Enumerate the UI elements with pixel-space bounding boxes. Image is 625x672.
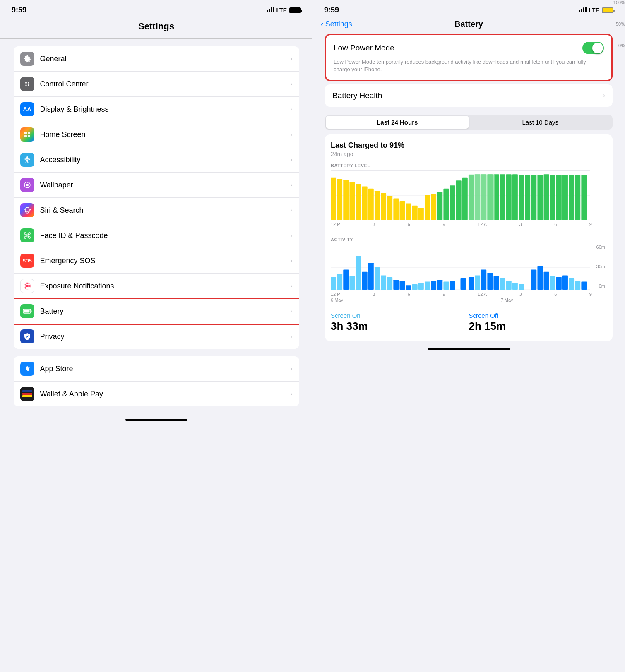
svg-rect-27 xyxy=(24,310,29,313)
svg-rect-18 xyxy=(24,233,26,234)
x-label-6b: 6 xyxy=(554,222,557,227)
y-label-30m: 30m xyxy=(596,264,605,269)
charged-ago-text: 24m ago xyxy=(331,151,607,157)
sidebar-item-accessibility[interactable]: Accessibility › xyxy=(14,147,299,173)
svg-rect-58 xyxy=(443,189,449,220)
battery-health-card[interactable]: Battery Health › xyxy=(325,84,613,107)
sidebar-item-app-store[interactable]: App Store › xyxy=(14,356,299,382)
sidebar-item-privacy[interactable]: Privacy › xyxy=(14,324,299,349)
svg-rect-47 xyxy=(375,191,380,220)
svg-rect-105 xyxy=(443,282,449,290)
svg-rect-114 xyxy=(506,281,512,290)
sidebar-item-face-id[interactable]: Face ID & Passcode › xyxy=(14,223,299,248)
svg-rect-72 xyxy=(531,175,536,220)
svg-rect-41 xyxy=(337,179,342,220)
sidebar-item-wallpaper[interactable]: Wallpaper › xyxy=(14,173,299,198)
svg-rect-74 xyxy=(544,175,549,220)
accessibility-label: Accessibility xyxy=(40,156,291,164)
sidebar-item-home-screen[interactable]: Home Screen › xyxy=(14,122,299,147)
svg-rect-93 xyxy=(368,263,374,290)
svg-rect-100 xyxy=(412,284,418,290)
privacy-label: Privacy xyxy=(40,332,291,341)
status-icons-right: LTE ↑ xyxy=(579,7,613,14)
control-center-icon xyxy=(20,77,34,91)
svg-rect-111 xyxy=(487,273,493,290)
low-power-mode-card: Low Power Mode Low Power Mode temporaril… xyxy=(325,34,613,81)
svg-rect-78 xyxy=(569,175,574,220)
svg-rect-98 xyxy=(399,281,405,290)
tab-last-24-hours[interactable]: Last 24 Hours xyxy=(326,116,469,129)
x-label-6a: 6 xyxy=(408,222,410,227)
chevron-cc: › xyxy=(290,80,292,88)
tab-last-10-days[interactable]: Last 10 Days xyxy=(469,116,612,129)
status-bar-right: 9:59 LTE ↑ xyxy=(312,0,625,18)
svg-rect-117 xyxy=(531,270,536,290)
svg-rect-49 xyxy=(387,196,392,220)
sidebar-item-battery[interactable]: Battery › xyxy=(14,299,299,324)
wallet-label: Wallet & Apple Pay xyxy=(40,390,291,398)
display-brightness-label: Display & Brightness xyxy=(40,105,291,114)
sidebar-item-wallet[interactable]: Wallet & Apple Pay › xyxy=(14,382,299,406)
svg-rect-92 xyxy=(362,272,368,290)
general-label: General xyxy=(40,55,291,63)
svg-rect-45 xyxy=(362,187,368,220)
home-indicator-right xyxy=(428,348,510,350)
sidebar-item-siri-search[interactable]: Siri & Search › xyxy=(14,198,299,223)
ax-label-9b: 9 xyxy=(589,292,592,297)
y-label-0: 0% xyxy=(618,43,625,48)
svg-point-5 xyxy=(25,82,27,84)
svg-rect-2 xyxy=(271,7,272,12)
sidebar-item-control-center[interactable]: Control Center › xyxy=(14,72,299,97)
svg-rect-36 xyxy=(585,7,587,12)
svg-rect-50 xyxy=(393,199,399,220)
siri-search-label: Siri & Search xyxy=(40,206,291,215)
svg-rect-52 xyxy=(406,204,411,220)
svg-rect-91 xyxy=(356,256,361,290)
ax-label-12p: 12 P xyxy=(331,292,340,297)
face-id-icon xyxy=(20,228,34,242)
date-6may: 6 May xyxy=(331,298,343,302)
svg-rect-68 xyxy=(506,175,512,220)
chevron-general: › xyxy=(290,55,292,62)
svg-rect-33 xyxy=(579,10,580,12)
activity-x-axis: 12 P 3 6 9 12 A 3 6 9 xyxy=(331,292,607,297)
app-store-icon xyxy=(20,362,34,376)
display-brightness-icon: AA xyxy=(20,102,34,116)
chevron-wallpaper: › xyxy=(290,181,292,189)
svg-rect-67 xyxy=(500,175,505,220)
chevron-display: › xyxy=(290,106,292,113)
wallet-icon xyxy=(20,387,34,401)
activity-y-labels: 60m 30m 0m xyxy=(590,245,605,290)
svg-rect-35 xyxy=(583,7,584,12)
svg-rect-103 xyxy=(431,281,436,290)
low-power-row: Low Power Mode xyxy=(334,42,604,54)
svg-rect-31 xyxy=(22,393,32,395)
sidebar-item-general[interactable]: General › xyxy=(14,46,299,72)
svg-rect-1 xyxy=(269,9,270,12)
x-label-3a: 3 xyxy=(373,222,375,227)
chevron-siri: › xyxy=(290,206,292,214)
battery-level-chart-label: BATTERY LEVEL xyxy=(331,163,607,168)
sidebar-item-emergency-sos[interactable]: SOS Emergency SOS › xyxy=(14,248,299,274)
x-label-12a: 12 A xyxy=(478,222,487,227)
svg-point-22 xyxy=(26,234,29,237)
accessibility-icon xyxy=(20,153,34,167)
svg-rect-10 xyxy=(28,132,30,134)
svg-rect-79 xyxy=(575,175,580,220)
svg-rect-30 xyxy=(22,390,32,392)
svg-rect-87 xyxy=(331,277,336,290)
svg-rect-101 xyxy=(418,283,424,290)
lte-text-right: LTE xyxy=(589,7,599,14)
sidebar-item-display-brightness[interactable]: AA Display & Brightness › xyxy=(14,97,299,122)
screen-off-label: Screen Off xyxy=(469,312,607,319)
emergency-sos-icon: SOS xyxy=(20,254,34,268)
svg-rect-48 xyxy=(381,193,386,220)
back-button[interactable]: ‹ Settings xyxy=(321,19,352,29)
sidebar-item-exposure[interactable]: Exposure Notifications › xyxy=(14,274,299,299)
low-power-toggle[interactable] xyxy=(582,42,604,54)
svg-rect-89 xyxy=(343,270,349,290)
svg-rect-113 xyxy=(500,278,505,290)
svg-rect-96 xyxy=(387,277,392,290)
svg-rect-59 xyxy=(450,186,455,220)
svg-point-17 xyxy=(24,209,31,211)
